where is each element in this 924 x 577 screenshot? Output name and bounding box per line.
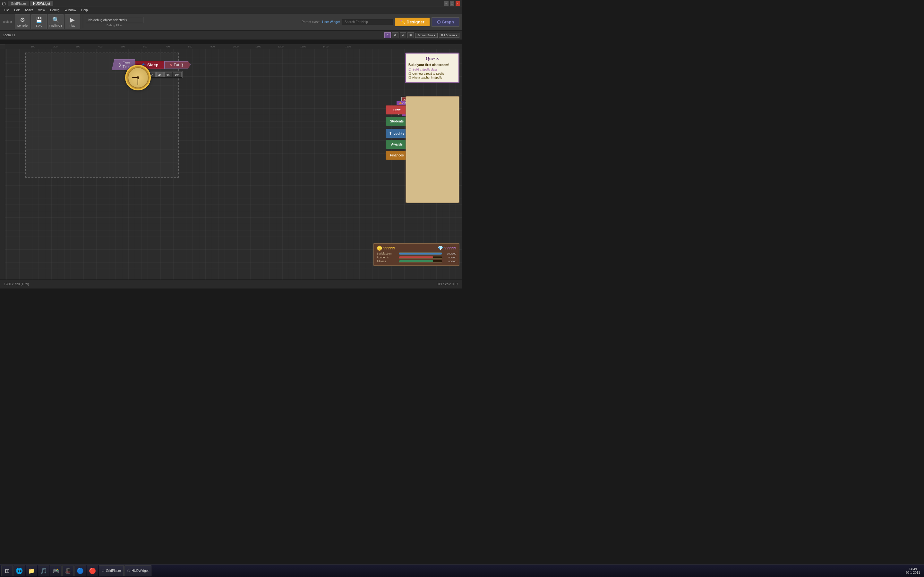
gold-display: 🪙 999999 [376,245,395,251]
toolbar-label: Toolbar [3,20,12,23]
search-help-input[interactable] [342,19,393,25]
menu-edit[interactable]: Edit [11,8,22,13]
save-label: Save [36,24,42,27]
fitness-bar-fill [399,260,433,262]
menu-asset[interactable]: Asset [22,8,35,13]
clock-widget: 9 [125,65,151,90]
compile-button[interactable]: ⚙ Compile [15,15,30,29]
close-button[interactable]: × [456,1,460,6]
fill-screen-button[interactable]: Fill Screen ▾ [439,33,459,38]
quest-item-2: ☐ Connect a road to Spells [409,72,456,75]
toolbar-separator [83,15,83,28]
g-button[interactable]: G [392,32,399,38]
satisfaction-bar-bg [399,252,442,255]
ruler-horizontal: 100 200 300 400 500 600 700 800 900 1000… [5,44,462,49]
graph-mode-button[interactable]: ⬡ Graph [431,17,459,27]
ruler-tick: 1500 [345,45,351,48]
graph-icon: ⬡ [437,19,441,24]
currency-row: 🪙 999999 💎 999999 [376,245,456,251]
speed-10x[interactable]: 10x [173,72,182,77]
statusbar: 1280 x 720 (16:9) DPI Scale 0.67 [0,279,462,288]
nav-thoughts-button[interactable]: Thoughts [386,129,408,138]
ruler-tick: 200 [53,45,57,48]
nav-staff-button[interactable]: Staff [386,105,408,114]
dpi-label: DPI Scale 0.67 [437,282,458,286]
academic-bar-bg [399,256,442,259]
minimize-button[interactable]: – [444,1,449,6]
ruler-tick: 400 [98,45,102,48]
clock-inner: 9 [128,67,149,88]
speed-2x[interactable]: 2x [156,72,164,77]
ruler-tick: 300 [76,45,80,48]
zoom-label: Zoom +1 [3,33,15,37]
ruler-tick: 600 [143,45,147,48]
quest-item-1: ☑ Build a Spells class [409,68,456,71]
quest-text-3: Hire a teacher in Spells [412,76,442,79]
compile-icon: ⚙ [20,16,25,23]
designer-icon: ✏️ [400,19,405,24]
debug-dropdown[interactable]: No debug object selected ▾ [86,17,144,23]
satisfaction-stat: Satisfaction 100/100 [376,252,456,255]
game-canvas: ❯ Free Time 💤 Sleep ✕ Eat ❯ 1x 2x 5x 10x [25,53,179,177]
toolbar-right: Parent class: User Widget ✏️ Designer ⬡ … [302,17,459,27]
titlebar: ⬡ GridPlacer HUDWidget – □ × [0,0,462,7]
nav-students-button[interactable]: Students [386,117,408,126]
menu-file[interactable]: File [1,8,11,13]
fitness-value: 80/100 [443,260,456,263]
save-icon: 💾 [36,16,43,23]
quest-check-1: ☑ [409,68,411,71]
currency-bar: 🪙 999999 💎 999999 Satisfaction 100/100 A… [373,243,459,266]
menu-window[interactable]: Window [62,8,79,13]
tab-gridplacer[interactable]: GridPlacer [8,1,29,6]
quest-main-text: Build your first classroom! [409,63,456,67]
num-button[interactable]: 4 [400,32,406,38]
ruler-tick: 700 [166,45,170,48]
quests-title: Quests [409,56,456,61]
find-in-cb-button[interactable]: 🔍 Find in CB [48,15,63,29]
play-button[interactable]: ▶ Play [65,15,80,29]
find-in-cb-label: Find in CB [49,24,63,27]
save-button[interactable]: 💾 Save [31,15,47,29]
ruler-tick: 1000 [233,45,239,48]
side-panel [405,96,459,203]
gem-amount: 999999 [444,246,456,250]
r-button[interactable]: R [384,32,391,38]
nav-finances-button[interactable]: Finances [386,151,408,160]
maximize-button[interactable]: □ [450,1,454,6]
parent-class-value[interactable]: User Widget [322,20,340,24]
gem-icon: 💎 [438,245,443,251]
ruler-tick: 900 [210,45,215,48]
clock-face: 9 [125,65,151,90]
quests-panel: Quests Build your first classroom! ☑ Bui… [405,53,459,83]
ruler-tick: 1200 [278,45,284,48]
ruler-tick: 1100 [255,45,261,48]
satisfaction-value: 100/100 [443,252,456,255]
compile-label: Compile [17,24,27,27]
search-icon: 🔍 [52,16,59,23]
close-eat-icon: ✕ [170,63,172,67]
menu-help[interactable]: Help [79,8,90,13]
ruler-tick: 100 [31,45,35,48]
quest-uncheck-3: ☐ [409,76,411,79]
ruler-tick: 500 [121,45,125,48]
menu-view[interactable]: View [35,8,47,13]
fitness-bar-bg [399,260,442,263]
screen-size-button[interactable]: Screen Size ▾ [415,33,438,38]
main-toolbar: Toolbar ⚙ Compile 💾 Save 🔍 Find in CB ▶ … [0,13,462,31]
ue-logo: ⬡ [2,1,6,6]
quest-text-2: Connect a road to Spells [412,72,444,75]
nav-awards-button[interactable]: Awards [386,140,408,149]
menubar: File Edit Asset View Debug Window Help [0,7,462,13]
ruler-vertical [0,49,5,279]
eat-tab[interactable]: ✕ Eat ❯ [165,61,191,69]
subtoolbar: Zoom +1 R G 4 ⊞ Screen Size ▾ Fill Scree… [0,31,462,40]
play-label: Play [69,24,75,27]
designer-mode-button[interactable]: ✏️ Designer [395,18,430,26]
grid-icon[interactable]: ⊞ [407,32,414,38]
designer-label: Designer [407,19,425,24]
menu-debug[interactable]: Debug [47,8,62,13]
canvas-area: 100 200 300 400 500 600 700 800 900 1000… [0,44,462,279]
speed-5x[interactable]: 5x [164,72,172,77]
tab-hudwidget[interactable]: HUDWidget [30,1,53,6]
arrow-right-icon: ❯ [181,63,184,67]
